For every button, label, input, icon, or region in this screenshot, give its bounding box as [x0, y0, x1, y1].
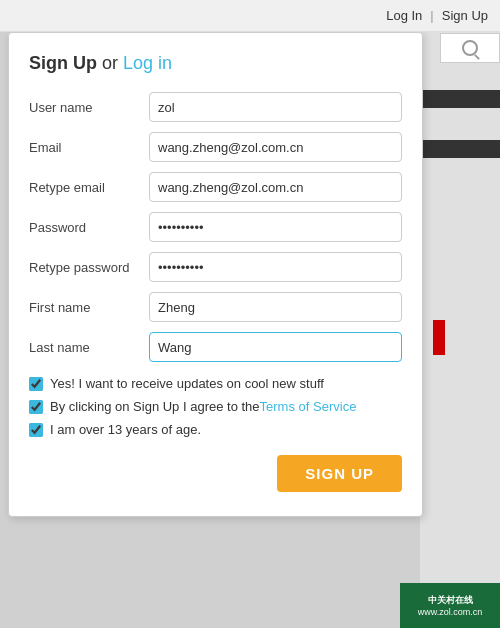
black-strip-1: [420, 90, 500, 108]
retype-email-input[interactable]: [149, 172, 402, 202]
retype-password-input[interactable]: [149, 252, 402, 282]
signup-modal: Sign Up or Log in User name Email Retype…: [8, 32, 423, 517]
tos-checkbox[interactable]: [29, 400, 43, 414]
username-row: User name: [29, 92, 402, 122]
terms-link[interactable]: Terms of Service: [260, 399, 357, 414]
updates-checkbox[interactable]: [29, 377, 43, 391]
age-row: I am over 13 years of age.: [29, 422, 402, 437]
signup-link-top[interactable]: Sign Up: [442, 8, 488, 23]
email-label: Email: [29, 140, 149, 155]
red-accent: [433, 320, 445, 355]
tos-label-before: By clicking on Sign Up I agree to the: [50, 399, 260, 414]
username-label: User name: [29, 100, 149, 115]
first-name-row: First name: [29, 292, 402, 322]
top-bar-links: Log In | Sign Up: [386, 8, 488, 23]
black-strip-2: [420, 140, 500, 158]
retype-email-row: Retype email: [29, 172, 402, 202]
signup-button[interactable]: SIGN UP: [277, 455, 402, 492]
watermark: 中关村在线 www.zol.com.cn: [400, 583, 500, 628]
checkbox-section: Yes! I want to receive updates on cool n…: [29, 376, 402, 437]
email-row: Email: [29, 132, 402, 162]
separator: |: [430, 8, 433, 23]
watermark-line1: 中关村在线: [428, 594, 473, 607]
first-name-input[interactable]: [149, 292, 402, 322]
right-sidebar: [420, 32, 500, 628]
last-name-row: Last name: [29, 332, 402, 362]
retype-email-label: Retype email: [29, 180, 149, 195]
login-link[interactable]: Log in: [123, 53, 172, 73]
updates-row: Yes! I want to receive updates on cool n…: [29, 376, 402, 391]
password-label: Password: [29, 220, 149, 235]
watermark-line2: www.zol.com.cn: [418, 607, 483, 617]
first-name-label: First name: [29, 300, 149, 315]
password-row: Password: [29, 212, 402, 242]
signup-btn-row: SIGN UP: [29, 455, 402, 492]
search-box[interactable]: [440, 33, 500, 63]
last-name-input[interactable]: [149, 332, 402, 362]
email-input[interactable]: [149, 132, 402, 162]
form-fields: User name Email Retype email Password Re…: [29, 92, 402, 362]
retype-password-label: Retype password: [29, 260, 149, 275]
search-icon: [462, 40, 478, 56]
password-input[interactable]: [149, 212, 402, 242]
username-input[interactable]: [149, 92, 402, 122]
age-checkbox[interactable]: [29, 423, 43, 437]
signup-title: Sign Up: [29, 53, 97, 73]
last-name-label: Last name: [29, 340, 149, 355]
age-label: I am over 13 years of age.: [50, 422, 201, 437]
login-link-top[interactable]: Log In: [386, 8, 422, 23]
top-bar: Log In | Sign Up: [0, 0, 500, 32]
tos-row: By clicking on Sign Up I agree to the Te…: [29, 399, 402, 414]
modal-header: Sign Up or Log in: [29, 53, 402, 74]
retype-password-row: Retype password: [29, 252, 402, 282]
updates-label: Yes! I want to receive updates on cool n…: [50, 376, 324, 391]
or-label: or: [102, 53, 118, 73]
